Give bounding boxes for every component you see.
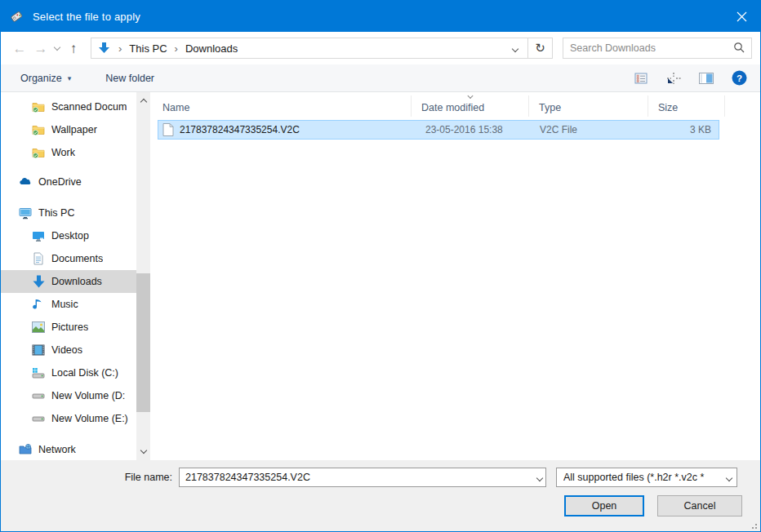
help-button[interactable]: ? bbox=[729, 69, 749, 88]
resize-grip[interactable] bbox=[749, 521, 757, 529]
views-dropdown-icon[interactable] bbox=[664, 69, 683, 88]
address-dropdown-icon[interactable] bbox=[506, 42, 524, 54]
button-row: Open Cancel bbox=[564, 495, 742, 516]
refresh-button[interactable]: ↻ bbox=[528, 38, 553, 59]
document-icon bbox=[32, 252, 45, 265]
file-icon bbox=[162, 123, 174, 136]
computer-icon bbox=[19, 206, 32, 219]
column-headers: Name Date modified Type Size bbox=[153, 95, 760, 117]
recent-locations-dropdown[interactable] bbox=[51, 38, 63, 59]
sidebar-item-network[interactable]: Network bbox=[1, 438, 136, 460]
search-input[interactable] bbox=[570, 42, 733, 54]
file-row[interactable]: 217837824347335254.V2C 23-05-2016 15:38 … bbox=[158, 120, 719, 140]
chevron-down-icon[interactable] bbox=[537, 472, 542, 483]
sidebar-item-local-disk-c[interactable]: Local Disk (C:) bbox=[1, 361, 136, 384]
organize-button[interactable]: Organize ▾ bbox=[20, 73, 71, 84]
file-name-input[interactable] bbox=[185, 472, 537, 483]
scrollbar-thumb[interactable] bbox=[136, 273, 150, 412]
sidebar-item-scanned-documents[interactable]: Scanned Docum bbox=[1, 95, 136, 118]
new-folder-label: New folder bbox=[105, 73, 154, 84]
file-size-cell: 3 KB bbox=[648, 124, 719, 135]
column-header-size[interactable]: Size bbox=[648, 95, 725, 117]
sidebar-item-new-volume-e[interactable]: New Volume (E:) bbox=[1, 407, 136, 430]
sidebar-item-label: Downloads bbox=[51, 276, 102, 287]
organize-label: Organize bbox=[20, 73, 62, 84]
sidebar-item-label: OneDrive bbox=[38, 176, 82, 188]
file-type-value: All supported files (*.h2r *.v2c * bbox=[563, 472, 727, 483]
sidebar-item-music[interactable]: Music bbox=[1, 293, 136, 316]
open-button[interactable]: Open bbox=[564, 495, 644, 516]
drive-icon bbox=[32, 412, 45, 425]
pictures-icon bbox=[32, 321, 45, 334]
sidebar-item-onedrive[interactable]: OneDrive bbox=[1, 171, 136, 193]
sort-descending-icon bbox=[467, 93, 473, 99]
details-view-icon[interactable] bbox=[631, 69, 651, 88]
synced-folder-icon bbox=[32, 146, 45, 159]
sidebar-item-new-volume-d[interactable]: New Volume (D: bbox=[1, 384, 136, 407]
scroll-down-icon[interactable] bbox=[136, 445, 150, 459]
column-header-date-modified[interactable]: Date modified bbox=[412, 95, 529, 117]
back-button[interactable]: ← bbox=[9, 38, 30, 59]
close-button[interactable] bbox=[723, 1, 760, 32]
breadcrumb-this-pc[interactable]: This PC bbox=[127, 42, 168, 55]
title-bar: Select the file to apply bbox=[1, 1, 760, 32]
file-type-cell: V2C File bbox=[529, 124, 648, 135]
up-button[interactable]: ↑ bbox=[63, 38, 84, 59]
sidebar-item-label: Local Disk (C:) bbox=[51, 367, 118, 379]
system-drive-icon bbox=[32, 366, 45, 379]
main-area: Scanned Docum Wallpaper Work OneDrive bbox=[1, 92, 760, 460]
column-label: Name bbox=[162, 102, 189, 113]
cancel-button[interactable]: Cancel bbox=[657, 495, 742, 516]
forward-button[interactable]: → bbox=[30, 38, 51, 59]
chevron-down-icon: ▾ bbox=[68, 74, 72, 82]
address-bar[interactable]: › This PC › Downloads bbox=[91, 38, 528, 59]
sidebar-scrollbar[interactable] bbox=[136, 92, 150, 460]
sidebar-item-label: Documents bbox=[51, 253, 103, 264]
file-date-cell: 23-05-2016 15:38 bbox=[412, 124, 529, 135]
sidebar-item-label: New Volume (E:) bbox=[51, 413, 128, 424]
network-icon bbox=[19, 443, 32, 456]
file-rows: 217837824347335254.V2C 23-05-2016 15:38 … bbox=[153, 117, 760, 460]
file-open-dialog: Select the file to apply ← → ↑ › This PC… bbox=[0, 0, 761, 532]
sidebar-item-label: Music bbox=[51, 299, 78, 310]
sidebar-item-label: Desktop bbox=[51, 230, 89, 242]
sidebar-item-downloads[interactable]: Downloads bbox=[1, 270, 136, 293]
desktop-icon bbox=[32, 229, 45, 242]
sidebar-item-documents[interactable]: Documents bbox=[1, 247, 136, 270]
file-name-cell: 217837824347335254.V2C bbox=[158, 123, 412, 136]
breadcrumb-separator: › bbox=[169, 42, 184, 55]
sidebar-item-wallpaper[interactable]: Wallpaper bbox=[1, 118, 136, 141]
music-note-icon bbox=[32, 298, 45, 311]
synced-folder-icon bbox=[32, 100, 45, 113]
file-name-combobox[interactable] bbox=[179, 468, 546, 487]
file-list: Name Date modified Type Size bbox=[153, 92, 760, 460]
sidebar-item-label: Wallpaper bbox=[51, 124, 97, 135]
chevron-down-icon bbox=[727, 472, 732, 483]
sidebar-item-label: Network bbox=[38, 444, 76, 455]
search-icon bbox=[733, 42, 745, 55]
downloads-icon bbox=[32, 275, 45, 288]
file-name-label: File name: bbox=[1, 472, 179, 483]
sidebar-item-pictures[interactable]: Pictures bbox=[1, 316, 136, 339]
column-header-type[interactable]: Type bbox=[529, 95, 648, 117]
new-folder-button[interactable]: New folder bbox=[105, 73, 154, 84]
sidebar-item-desktop[interactable]: Desktop bbox=[1, 224, 136, 247]
preview-pane-icon[interactable] bbox=[696, 69, 716, 88]
column-header-name[interactable]: Name bbox=[153, 95, 412, 117]
sidebar-item-this-pc[interactable]: This PC bbox=[1, 202, 136, 224]
dialog-footer: File name: All supported files (*.h2r *.… bbox=[1, 460, 760, 531]
synced-folder-icon bbox=[32, 123, 45, 136]
sidebar-item-label: Work bbox=[51, 147, 75, 158]
sidebar-item-work[interactable]: Work bbox=[1, 141, 136, 164]
file-name-text: 217837824347335254.V2C bbox=[180, 124, 300, 135]
file-type-dropdown[interactable]: All supported files (*.h2r *.v2c * bbox=[556, 468, 737, 487]
sidebar-item-videos[interactable]: Videos bbox=[1, 339, 136, 361]
scroll-up-icon[interactable] bbox=[136, 94, 150, 108]
search-box[interactable] bbox=[563, 38, 752, 59]
toolbar-right-icons: ? bbox=[631, 69, 749, 88]
breadcrumb-separator: › bbox=[113, 42, 127, 55]
downloads-folder-icon bbox=[96, 42, 111, 55]
sidebar-item-label: Pictures bbox=[51, 321, 88, 333]
hasp-key-icon bbox=[8, 8, 24, 24]
breadcrumb-downloads[interactable]: Downloads bbox=[184, 42, 239, 55]
